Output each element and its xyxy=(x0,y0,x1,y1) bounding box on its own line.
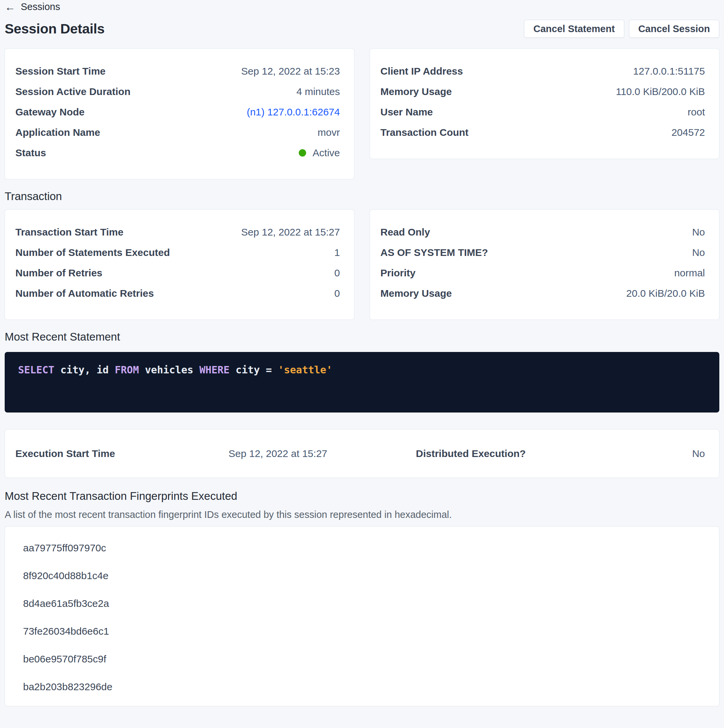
row-value: No xyxy=(692,226,705,238)
row-value: No xyxy=(692,247,705,258)
fingerprint-item: ba2b203b823296de xyxy=(5,673,719,700)
status-active-dot-icon xyxy=(299,149,306,157)
user-name-row: User Name root xyxy=(380,102,705,122)
status-value: Active xyxy=(312,147,340,159)
gateway-node-row: Gateway Node (n1) 127.0.0.1:62674 xyxy=(15,102,340,122)
retries-row: Number of Retries 0 xyxy=(15,263,340,283)
row-value: 127.0.0.1:51175 xyxy=(633,66,705,77)
row-value: 1 xyxy=(334,247,340,258)
sql-keyword: WHERE xyxy=(199,364,230,376)
session-start-time-row: Session Start Time Sep 12, 2022 at 15:23 xyxy=(15,61,340,81)
row-value: Sep 12, 2022 at 15:27 xyxy=(241,226,340,238)
distributed-execution-value: No xyxy=(526,448,705,459)
row-label: Memory Usage xyxy=(380,86,452,97)
row-label: Application Name xyxy=(15,127,100,138)
automatic-retries-row: Number of Automatic Retries 0 xyxy=(15,283,340,303)
back-arrow-icon[interactable]: ← xyxy=(5,2,15,12)
transaction-grid: Transaction Start Time Sep 12, 2022 at 1… xyxy=(5,210,719,320)
session-summary-card-right: Client IP Address 127.0.0.1:51175 Memory… xyxy=(370,49,719,159)
row-label: Gateway Node xyxy=(15,106,85,118)
application-name-row: Application Name movr xyxy=(15,122,340,142)
row-value: 4 minutes xyxy=(297,86,340,97)
sql-statement-code: SELECT city, id FROM vehicles WHERE city… xyxy=(18,363,706,376)
row-label: User Name xyxy=(380,106,433,118)
back-link-label[interactable]: Sessions xyxy=(21,2,60,12)
row-label: AS OF SYSTEM TIME? xyxy=(380,247,488,258)
session-active-duration-row: Session Active Duration 4 minutes xyxy=(15,81,340,102)
read-only-row: Read Only No xyxy=(380,222,705,242)
row-label: Status xyxy=(15,147,46,159)
fingerprints-subtitle: A list of the most recent transaction fi… xyxy=(5,509,719,520)
sql-text: city = xyxy=(230,364,278,376)
row-label: Memory Usage xyxy=(380,288,452,299)
fingerprint-item: aa79775ff097970c xyxy=(5,534,719,562)
status-badge: Active xyxy=(299,147,340,159)
status-row: Status Active xyxy=(15,142,340,163)
row-value: 110.0 KiB/200.0 KiB xyxy=(616,86,705,97)
txn-memory-usage-row: Memory Usage 20.0 KiB/20.0 KiB xyxy=(380,283,705,303)
fingerprints-section-title: Most Recent Transaction Fingerprints Exe… xyxy=(5,490,719,503)
fingerprint-item: 8d4ae61a5fb3ce2a xyxy=(5,589,719,617)
client-ip-row: Client IP Address 127.0.0.1:51175 xyxy=(380,61,705,81)
row-value: 0 xyxy=(334,267,340,279)
row-label: Number of Retries xyxy=(15,267,103,279)
sql-text: city, id xyxy=(54,364,115,376)
fingerprint-item: 73fe26034bd6e6c1 xyxy=(5,617,719,645)
row-value: 204572 xyxy=(672,127,705,138)
memory-usage-row: Memory Usage 110.0 KiB/200.0 KiB xyxy=(380,81,705,102)
sql-statement-box: SELECT city, id FROM vehicles WHERE city… xyxy=(5,352,719,413)
sql-keyword: FROM xyxy=(115,364,139,376)
session-summary-grid: Session Start Time Sep 12, 2022 at 15:23… xyxy=(5,49,719,179)
fingerprint-item: be06e9570f785c9f xyxy=(5,645,719,673)
row-label: Number of Automatic Retries xyxy=(15,288,154,299)
statements-executed-row: Number of Statements Executed 1 xyxy=(15,242,340,263)
distributed-execution-label: Distributed Execution? xyxy=(416,448,526,459)
fingerprints-card: aa79775ff097970c 8f920c40d88b1c4e 8d4ae6… xyxy=(5,526,719,706)
row-label: Session Active Duration xyxy=(15,86,130,97)
cancel-session-button[interactable]: Cancel Session xyxy=(629,20,719,38)
transaction-start-time-row: Transaction Start Time Sep 12, 2022 at 1… xyxy=(15,222,340,242)
page-title: Session Details xyxy=(5,21,105,37)
priority-row: Priority normal xyxy=(380,263,705,283)
fingerprint-item: 8f920c40d88b1c4e xyxy=(5,562,719,589)
row-value: movr xyxy=(317,127,340,138)
sql-keyword: SELECT xyxy=(18,364,54,376)
row-value: 20.0 KiB/20.0 KiB xyxy=(626,288,705,299)
cancel-statement-button[interactable]: Cancel Statement xyxy=(524,20,624,38)
row-value: 0 xyxy=(334,288,340,299)
gateway-node-link[interactable]: (n1) 127.0.0.1:62674 xyxy=(246,106,340,118)
transaction-card-left: Transaction Start Time Sep 12, 2022 at 1… xyxy=(5,210,354,320)
as-of-system-time-row: AS OF SYSTEM TIME? No xyxy=(380,242,705,263)
row-label: Session Start Time xyxy=(15,66,106,77)
transaction-section-title: Transaction xyxy=(5,190,719,203)
row-label: Transaction Count xyxy=(380,127,468,138)
row-label: Client IP Address xyxy=(380,66,463,77)
execution-start-time-label: Execution Start Time xyxy=(15,448,228,459)
transaction-card-right: Read Only No AS OF SYSTEM TIME? No Prior… xyxy=(370,210,719,320)
row-value: normal xyxy=(674,267,705,279)
back-link[interactable]: ← Sessions xyxy=(5,0,719,12)
sql-string-literal: 'seattle' xyxy=(278,364,332,376)
title-row: Session Details Cancel Statement Cancel … xyxy=(5,20,719,38)
session-details-page: ← Sessions Session Details Cancel Statem… xyxy=(0,0,724,706)
row-label: Number of Statements Executed xyxy=(15,247,170,258)
execution-start-time-value: Sep 12, 2022 at 15:27 xyxy=(228,448,416,459)
sql-text: vehicles xyxy=(139,364,199,376)
transaction-count-row: Transaction Count 204572 xyxy=(380,122,705,142)
session-summary-card-left: Session Start Time Sep 12, 2022 at 15:23… xyxy=(5,49,354,179)
row-value: root xyxy=(687,106,705,118)
execution-summary-card: Execution Start Time Sep 12, 2022 at 15:… xyxy=(5,429,719,478)
row-label: Transaction Start Time xyxy=(15,226,124,238)
row-label: Priority xyxy=(380,267,416,279)
statement-section-title: Most Recent Statement xyxy=(5,330,719,343)
header-actions: Cancel Statement Cancel Session xyxy=(524,20,719,38)
row-label: Read Only xyxy=(380,226,430,238)
row-value: Sep 12, 2022 at 15:23 xyxy=(241,66,340,77)
